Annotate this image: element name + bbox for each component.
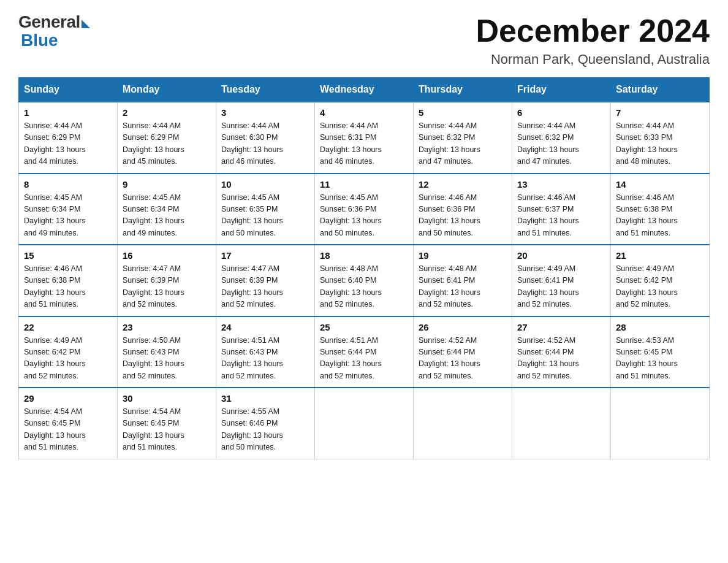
day-info: Sunrise: 4:52 AMSunset: 6:44 PMDaylight:… [517, 335, 605, 383]
day-number: 18 [320, 250, 408, 261]
day-info: Sunrise: 4:45 AMSunset: 6:34 PMDaylight:… [24, 192, 112, 240]
calendar-day-cell: 6Sunrise: 4:44 AMSunset: 6:32 PMDaylight… [512, 102, 611, 174]
day-number: 10 [221, 179, 309, 190]
day-info: Sunrise: 4:46 AMSunset: 6:38 PMDaylight:… [24, 263, 112, 311]
day-info: Sunrise: 4:44 AMSunset: 6:30 PMDaylight:… [221, 120, 309, 168]
calendar-day-cell: 13Sunrise: 4:46 AMSunset: 6:37 PMDayligh… [512, 174, 611, 245]
calendar-day-cell: 20Sunrise: 4:49 AMSunset: 6:41 PMDayligh… [512, 245, 611, 316]
calendar-day-cell: 30Sunrise: 4:54 AMSunset: 6:45 PMDayligh… [118, 388, 216, 459]
calendar-day-cell: 23Sunrise: 4:50 AMSunset: 6:43 PMDayligh… [118, 316, 216, 388]
day-number: 22 [24, 322, 112, 332]
day-number: 5 [419, 107, 507, 118]
day-number: 12 [419, 179, 507, 190]
calendar-day-cell: 4Sunrise: 4:44 AMSunset: 6:31 PMDaylight… [315, 102, 414, 174]
day-info: Sunrise: 4:44 AMSunset: 6:32 PMDaylight:… [517, 120, 605, 168]
calendar-day-cell: 7Sunrise: 4:44 AMSunset: 6:33 PMDaylight… [611, 102, 710, 174]
day-number: 4 [320, 107, 408, 118]
logo-arrow-icon [82, 20, 90, 28]
day-number: 2 [123, 107, 211, 118]
day-info: Sunrise: 4:49 AMSunset: 6:41 PMDaylight:… [517, 263, 605, 311]
calendar-day-cell: 10Sunrise: 4:45 AMSunset: 6:35 PMDayligh… [216, 174, 315, 245]
calendar-week-row: 1Sunrise: 4:44 AMSunset: 6:29 PMDaylight… [19, 102, 710, 174]
day-info: Sunrise: 4:48 AMSunset: 6:41 PMDaylight:… [419, 263, 507, 311]
day-number: 7 [616, 107, 704, 118]
day-info: Sunrise: 4:45 AMSunset: 6:35 PMDaylight:… [221, 192, 309, 240]
calendar-week-row: 15Sunrise: 4:46 AMSunset: 6:38 PMDayligh… [19, 245, 710, 316]
day-info: Sunrise: 4:45 AMSunset: 6:34 PMDaylight:… [123, 192, 211, 240]
day-info: Sunrise: 4:49 AMSunset: 6:42 PMDaylight:… [616, 263, 704, 311]
calendar-day-cell: 9Sunrise: 4:45 AMSunset: 6:34 PMDaylight… [118, 174, 216, 245]
calendar-day-cell [414, 388, 512, 459]
day-number: 21 [616, 250, 704, 261]
calendar-day-cell [512, 388, 611, 459]
day-number: 28 [616, 322, 704, 332]
day-info: Sunrise: 4:54 AMSunset: 6:45 PMDaylight:… [123, 406, 211, 454]
calendar-day-cell: 18Sunrise: 4:48 AMSunset: 6:40 PMDayligh… [315, 245, 414, 316]
day-number: 8 [24, 179, 112, 190]
day-number: 24 [221, 322, 309, 332]
calendar-day-cell: 12Sunrise: 4:46 AMSunset: 6:36 PMDayligh… [414, 174, 512, 245]
day-number: 3 [221, 107, 309, 118]
day-number: 11 [320, 179, 408, 190]
day-info: Sunrise: 4:51 AMSunset: 6:43 PMDaylight:… [221, 335, 309, 383]
day-number: 1 [24, 107, 112, 118]
day-number: 9 [123, 179, 211, 190]
logo-general-text: General [18, 12, 80, 32]
day-number: 26 [419, 322, 507, 332]
calendar-day-cell: 19Sunrise: 4:48 AMSunset: 6:41 PMDayligh… [414, 245, 512, 316]
day-info: Sunrise: 4:47 AMSunset: 6:39 PMDaylight:… [123, 263, 211, 311]
day-of-week-header: Wednesday [315, 78, 414, 102]
calendar-day-cell: 25Sunrise: 4:51 AMSunset: 6:44 PMDayligh… [315, 316, 414, 388]
day-number: 19 [419, 250, 507, 261]
month-year-title: December 2024 [476, 12, 710, 49]
day-number: 25 [320, 322, 408, 332]
day-number: 15 [24, 250, 112, 261]
day-number: 13 [517, 179, 605, 190]
day-info: Sunrise: 4:51 AMSunset: 6:44 PMDaylight:… [320, 335, 408, 383]
day-number: 16 [123, 250, 211, 261]
day-info: Sunrise: 4:44 AMSunset: 6:33 PMDaylight:… [616, 120, 704, 168]
logo: General Blue [18, 12, 90, 50]
day-of-week-header: Sunday [19, 78, 118, 102]
calendar-day-cell [315, 388, 414, 459]
day-number: 30 [123, 393, 211, 404]
day-info: Sunrise: 4:49 AMSunset: 6:42 PMDaylight:… [24, 335, 112, 383]
calendar-day-cell: 2Sunrise: 4:44 AMSunset: 6:29 PMDaylight… [118, 102, 216, 174]
calendar-day-cell [611, 388, 710, 459]
page-header: General Blue December 2024 Norman Park, … [18, 12, 710, 67]
day-number: 29 [24, 393, 112, 404]
calendar-day-cell: 17Sunrise: 4:47 AMSunset: 6:39 PMDayligh… [216, 245, 315, 316]
calendar-day-cell: 31Sunrise: 4:55 AMSunset: 6:46 PMDayligh… [216, 388, 315, 459]
day-number: 17 [221, 250, 309, 261]
day-of-week-header: Thursday [414, 78, 512, 102]
title-block: December 2024 Norman Park, Queensland, A… [476, 12, 710, 67]
calendar-week-row: 8Sunrise: 4:45 AMSunset: 6:34 PMDaylight… [19, 174, 710, 245]
day-number: 31 [221, 393, 309, 404]
day-number: 6 [517, 107, 605, 118]
day-of-week-header: Friday [512, 78, 611, 102]
day-info: Sunrise: 4:47 AMSunset: 6:39 PMDaylight:… [221, 263, 309, 311]
day-info: Sunrise: 4:46 AMSunset: 6:38 PMDaylight:… [616, 192, 704, 240]
calendar-day-cell: 26Sunrise: 4:52 AMSunset: 6:44 PMDayligh… [414, 316, 512, 388]
calendar-day-cell: 16Sunrise: 4:47 AMSunset: 6:39 PMDayligh… [118, 245, 216, 316]
day-of-week-header: Monday [118, 78, 216, 102]
day-number: 14 [616, 179, 704, 190]
calendar-week-row: 29Sunrise: 4:54 AMSunset: 6:45 PMDayligh… [19, 388, 710, 459]
location-subtitle: Norman Park, Queensland, Australia [476, 52, 710, 67]
calendar-day-cell: 14Sunrise: 4:46 AMSunset: 6:38 PMDayligh… [611, 174, 710, 245]
day-number: 27 [517, 322, 605, 332]
logo-blue-text: Blue [18, 31, 58, 50]
day-of-week-header: Saturday [611, 78, 710, 102]
day-info: Sunrise: 4:54 AMSunset: 6:45 PMDaylight:… [24, 406, 112, 454]
day-info: Sunrise: 4:55 AMSunset: 6:46 PMDaylight:… [221, 406, 309, 454]
calendar-header-row: SundayMondayTuesdayWednesdayThursdayFrid… [19, 78, 710, 102]
calendar-day-cell: 24Sunrise: 4:51 AMSunset: 6:43 PMDayligh… [216, 316, 315, 388]
calendar-day-cell: 22Sunrise: 4:49 AMSunset: 6:42 PMDayligh… [19, 316, 118, 388]
calendar-day-cell: 28Sunrise: 4:53 AMSunset: 6:45 PMDayligh… [611, 316, 710, 388]
day-info: Sunrise: 4:44 AMSunset: 6:29 PMDaylight:… [24, 120, 112, 168]
day-info: Sunrise: 4:46 AMSunset: 6:37 PMDaylight:… [517, 192, 605, 240]
calendar-day-cell: 27Sunrise: 4:52 AMSunset: 6:44 PMDayligh… [512, 316, 611, 388]
calendar-day-cell: 21Sunrise: 4:49 AMSunset: 6:42 PMDayligh… [611, 245, 710, 316]
calendar-day-cell: 5Sunrise: 4:44 AMSunset: 6:32 PMDaylight… [414, 102, 512, 174]
day-info: Sunrise: 4:46 AMSunset: 6:36 PMDaylight:… [419, 192, 507, 240]
